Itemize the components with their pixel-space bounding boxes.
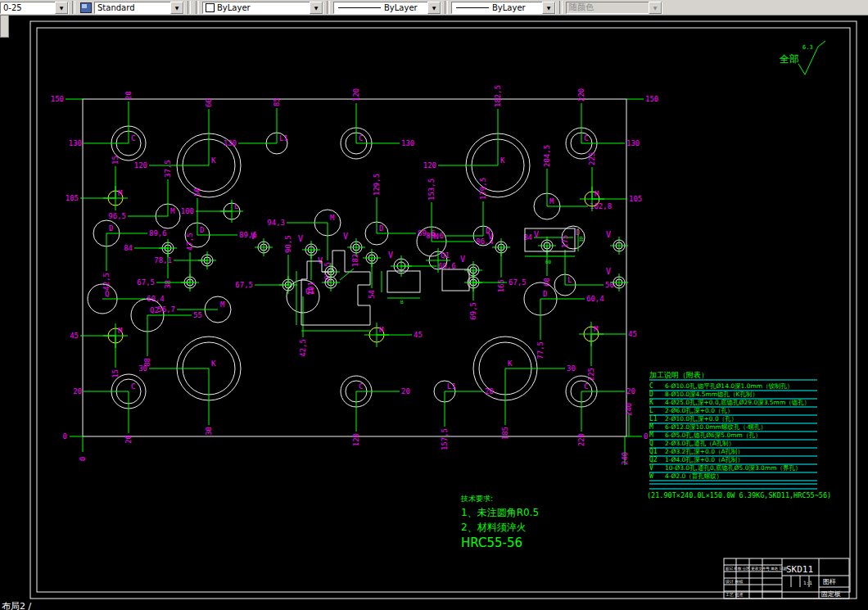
dim-text: 42,5 — [299, 339, 307, 357]
dropdown-arrow-icon[interactable]: ▼ — [55, 2, 68, 14]
surface-v-mark: V — [534, 230, 539, 239]
hole-letter: C — [359, 134, 363, 142]
dim-text: 69,5 — [469, 302, 477, 320]
hole-letter: M — [549, 197, 554, 206]
detail-rect-b — [442, 269, 469, 291]
dim-text: 89,6 — [149, 229, 167, 237]
surface-v-mark: V — [388, 251, 393, 260]
surface-v-mark: V — [606, 230, 611, 239]
dim-text: 42,5 — [102, 273, 111, 291]
toolbar-separator — [188, 1, 191, 14]
dim-text: 185 — [501, 427, 509, 440]
hole-table-key: D — [649, 391, 653, 398]
dim-text: 153,5 — [427, 178, 436, 201]
detail-dim-label: 60 — [545, 259, 552, 264]
dim-text: 54 — [368, 290, 376, 299]
drawing-canvas[interactable]: 150150002400240C13020K12060L113085C13012… — [0, 0, 868, 610]
dim-text: 38 — [164, 280, 172, 289]
dim-text: 60,4 — [586, 295, 604, 303]
lineweight-combo[interactable]: ByLayer ▼ — [451, 2, 556, 14]
dim-text: 130 — [69, 139, 82, 147]
title-block-row: 标记 处数 分区 更改文件号 签名 日期 — [725, 566, 787, 572]
dim-text: 67,5 — [235, 281, 253, 289]
hole-table-desc: 10-Ø3.0孔,通孔0,底锪孔Ø5.0深3.0mm（界孔） — [665, 464, 802, 472]
dim-text: 15 — [111, 369, 120, 378]
dim-text: 60 — [543, 278, 551, 287]
hole-letter: D — [109, 224, 113, 233]
title-block-scale: 1:1 — [803, 580, 812, 585]
hole-letter: L1 — [447, 382, 456, 391]
dropdown-arrow-icon[interactable]: ▼ — [310, 2, 323, 14]
surface-note-scope: 全部 — [780, 53, 799, 65]
dim-text: 56,7 — [157, 305, 175, 314]
dropdown-arrow-icon: ▼ — [649, 2, 662, 14]
toolbar: 0-25 ▼ Standard ▼ ByLayer ▼ ByLayer ▼ By… — [0, 0, 868, 16]
dim-text: 105 — [629, 195, 642, 203]
dim-text: 85 — [273, 97, 281, 106]
hole-letter: M — [220, 300, 225, 309]
hole-letter: D — [543, 290, 547, 298]
dim-text: 120 — [134, 161, 147, 169]
layer-combo[interactable]: 0-25 ▼ — [0, 2, 69, 14]
hole-letter: M — [594, 190, 599, 198]
hole-table-key: Q1 — [649, 448, 658, 455]
toolbar-dock-grip[interactable] — [0, 15, 9, 38]
dropdown-arrow-icon[interactable]: ▼ — [542, 2, 555, 14]
dim-text: 37,5 — [164, 160, 172, 178]
dim-text: 105 — [66, 194, 79, 202]
hole-letter: C — [584, 134, 588, 142]
dim-text: 50 — [193, 188, 201, 197]
dropdown-arrow-icon[interactable]: ▼ — [427, 2, 441, 14]
tab-layout2[interactable]: 布局2 / — [2, 600, 31, 610]
dim-text: 130 — [626, 139, 640, 147]
hole-table-desc: 4-Ø25.0孔,深+0.0,底锪孔Ø29.0深3.5mm（锪孔） — [665, 399, 810, 406]
hole-table-desc: 2-Ø10.0孔,深+0.0（孔） — [665, 415, 737, 422]
dim-text: 130 — [401, 139, 414, 147]
toolbar-separator — [72, 1, 75, 14]
text-style-button[interactable] — [79, 2, 93, 14]
dim-text: 78,1 — [154, 256, 172, 264]
linetype-combo[interactable]: ByLayer ▼ — [333, 2, 441, 14]
hole-letter: M — [594, 325, 599, 333]
color-combo[interactable]: ByLayer ▼ — [202, 2, 323, 14]
hole-table-key: L — [649, 407, 653, 414]
hole-letter: L1 — [279, 134, 288, 142]
dim-text: 94,3 — [267, 219, 285, 227]
hole-letter: M — [118, 189, 123, 197]
toolbar-separator — [445, 1, 448, 14]
datum-label: 240 — [625, 403, 633, 416]
style-combo[interactable]: Standard ▼ — [94, 2, 184, 14]
hole-table-desc: 2-Ø3.2孔,深+0.0（A孔制） — [665, 448, 744, 455]
dim-text: 182,5 — [494, 85, 502, 107]
dim-text: 129,5 — [373, 174, 381, 196]
dim-text: 15 — [111, 156, 120, 165]
hole-table-key: K — [649, 399, 653, 406]
dim-text: 67,5 — [137, 278, 155, 287]
datum-label: 0 — [63, 432, 67, 441]
dim-text: 20 — [124, 91, 133, 100]
color-combo-value: ByLayer — [217, 3, 308, 12]
title-block-row: 设计 校核 — [725, 579, 744, 584]
datum-label: 0 — [644, 432, 648, 441]
hole-table-key: Q2 — [649, 456, 658, 463]
dim-text: 20 — [73, 387, 82, 395]
style-combo-value: Standard — [97, 3, 169, 12]
hole-table-key: Q — [649, 440, 653, 447]
surface-v-mark: V — [606, 267, 611, 276]
surface-v-mark: V — [251, 232, 255, 241]
dim-text: 60 — [205, 98, 213, 107]
hole-table-desc: 2-Ø6.0孔,深+0.0（孔） — [665, 407, 733, 414]
hole-letter: D — [200, 226, 204, 234]
hole-table-key: C — [649, 382, 653, 390]
hole-table-desc: 6-Ø5.0孔,锪孔Ø6深5.0mm（孔） — [665, 432, 761, 439]
tech-note-line: HRC55-56 — [461, 535, 522, 550]
hole-letter: K — [508, 359, 513, 368]
dropdown-arrow-icon[interactable]: ▼ — [170, 2, 183, 14]
datum-label: 240 — [621, 452, 629, 465]
linetype-combo-value: ByLayer — [384, 3, 426, 12]
surface-v-mark: V — [298, 234, 303, 243]
detail-rect-a — [387, 271, 420, 292]
dim-text: 30 — [138, 364, 147, 373]
hole-letter: D — [379, 224, 383, 233]
hole-table-key: L1 — [649, 415, 658, 422]
